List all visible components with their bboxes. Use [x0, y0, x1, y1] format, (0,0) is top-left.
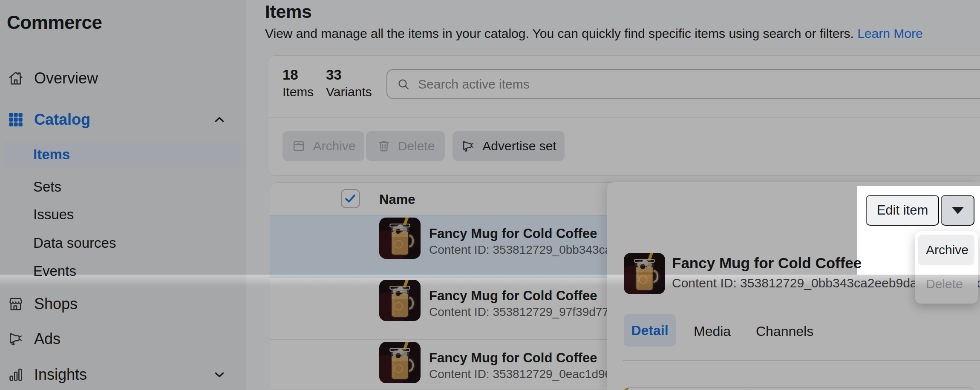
panel-divider — [623, 360, 980, 361]
sidebar-item-items[interactable]: Items — [3, 141, 241, 168]
sidebar-item-label: Insights — [34, 366, 87, 384]
advertise-set-button-label: Advertise set — [482, 139, 556, 153]
home-icon — [7, 69, 25, 87]
menu-item-delete[interactable]: Delete — [918, 269, 974, 299]
warning-card-edge — [623, 387, 975, 390]
sidebar-item-label: Ads — [34, 330, 61, 348]
chevron-down-icon[interactable] — [212, 367, 227, 382]
product-thumbnail — [379, 218, 421, 259]
sidebar: Commerce Overview Catalog Items Sets Iss… — [0, 0, 246, 390]
bar-chart-icon — [7, 366, 25, 384]
caret-down-icon — [952, 207, 964, 214]
learn-more-link[interactable]: Learn More — [857, 26, 922, 40]
page-description: View and manage all the items in your ca… — [265, 26, 923, 41]
tab-detail[interactable]: Detail — [624, 314, 676, 347]
sidebar-item-label: Sets — [33, 179, 61, 195]
variants-count-label: Variants — [326, 85, 372, 99]
detail-item-title: Fancy Mug for Cold Coffee — [672, 255, 862, 272]
detail-content-id: Content ID: 353812729_0bb343ca2eeb9da491 — [672, 276, 939, 290]
sidebar-item-label: Data sources — [33, 235, 116, 251]
item-name: Fancy Mug for Cold Coffee — [429, 226, 597, 241]
app-title: Commerce — [7, 12, 102, 33]
delete-button-label: Delete — [398, 139, 435, 153]
toolbar-card: 18 Items 33 Variants Archive Delete Adve… — [268, 55, 980, 176]
delete-button[interactable]: Delete — [366, 131, 445, 161]
sidebar-item-insights[interactable]: Insights — [0, 364, 246, 386]
sidebar-item-ads[interactable]: Ads — [0, 328, 246, 350]
sidebar-item-issues[interactable]: Issues — [0, 204, 246, 226]
page-title: Items — [265, 2, 312, 22]
items-count: 18 — [282, 67, 298, 83]
variants-count: 33 — [326, 67, 342, 83]
menu-item-archive[interactable]: Archive — [918, 235, 974, 265]
sidebar-item-events[interactable]: Events — [0, 260, 246, 282]
search-input[interactable] — [418, 77, 929, 92]
advertise-set-button[interactable]: Advertise set — [453, 131, 565, 161]
tab-channels[interactable]: Channels — [756, 324, 813, 339]
sidebar-item-label: Events — [33, 263, 76, 279]
archive-button[interactable]: Archive — [282, 131, 364, 161]
grid-icon — [7, 111, 25, 129]
sidebar-item-data-sources[interactable]: Data sources — [0, 232, 246, 254]
page-description-text: View and manage all the items in your ca… — [265, 26, 854, 40]
commerce-manager-screen: Commerce Overview Catalog Items Sets Iss… — [0, 0, 980, 390]
storefront-icon — [7, 295, 25, 313]
edit-item-button[interactable]: Edit item — [866, 195, 939, 226]
select-all-checkbox[interactable] — [341, 189, 360, 208]
trash-icon — [376, 138, 392, 154]
sidebar-item-catalog[interactable]: Catalog — [0, 109, 246, 131]
items-count-label: Items — [282, 85, 314, 99]
megaphone-icon — [7, 330, 25, 348]
sidebar-item-shops[interactable]: Shops — [0, 293, 246, 315]
sidebar-item-label: Catalog — [34, 111, 90, 129]
sidebar-item-label: Issues — [33, 206, 74, 223]
sidebar-item-label: Shops — [34, 295, 78, 313]
sidebar-item-sets[interactable]: Sets — [0, 176, 246, 198]
product-thumbnail — [379, 280, 421, 321]
edit-item-dropdown-toggle[interactable] — [941, 195, 974, 226]
item-name: Fancy Mug for Cold Coffee — [429, 288, 597, 304]
megaphone-icon — [461, 138, 476, 154]
sidebar-item-overview[interactable]: Overview — [0, 67, 246, 89]
archive-button-label: Archive — [313, 139, 355, 153]
chevron-up-icon[interactable] — [212, 112, 227, 127]
name-column-header: Name — [379, 192, 415, 207]
item-name: Fancy Mug for Cold Coffee — [429, 350, 597, 366]
search-icon — [397, 77, 410, 91]
sidebar-item-label: Items — [33, 146, 70, 163]
search-box[interactable] — [386, 69, 980, 99]
tab-media[interactable]: Media — [694, 324, 731, 339]
checkmark-icon — [343, 191, 357, 206]
product-thumbnail — [624, 253, 665, 294]
archive-box-icon — [291, 138, 306, 154]
edit-item-dropdown-menu: Archive Delete — [915, 231, 978, 304]
toolbar-divider — [268, 117, 980, 118]
sidebar-item-label: Overview — [34, 69, 98, 87]
product-thumbnail — [379, 342, 421, 383]
